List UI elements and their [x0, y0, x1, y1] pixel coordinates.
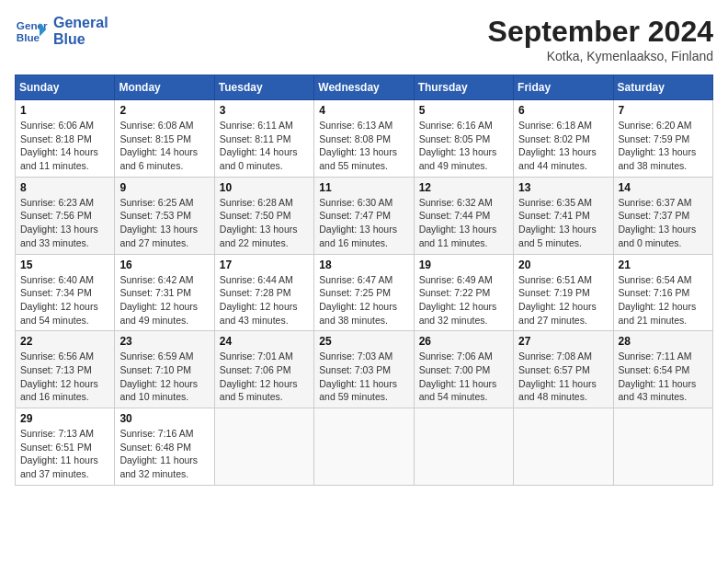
day-number: 2 — [119, 104, 209, 117]
daylight-text: Daylight: 14 hours and 6 minutes. — [119, 145, 209, 172]
sunset-text: Sunset: 7:37 PM — [619, 209, 708, 223]
daylight-text: Daylight: 12 hours and 5 minutes. — [220, 377, 309, 404]
daylight-text: Daylight: 13 hours and 11 minutes. — [419, 223, 508, 249]
day-number: 10 — [220, 181, 309, 194]
sunrise-text: Sunrise: 6:49 AM — [419, 273, 508, 287]
daylight-text: Daylight: 11 hours and 48 minutes. — [518, 377, 608, 404]
daylight-text: Daylight: 12 hours and 16 minutes. — [20, 377, 109, 404]
svg-text:Blue: Blue — [17, 31, 40, 43]
header-cell-monday: Monday — [115, 75, 214, 100]
daylight-text: Daylight: 12 hours and 10 minutes. — [119, 377, 209, 404]
daylight-text: Daylight: 13 hours and 55 minutes. — [319, 145, 408, 172]
sunset-text: Sunset: 8:18 PM — [20, 132, 109, 146]
calendar-cell — [214, 408, 313, 486]
day-info: Sunrise: 6:06 AM Sunset: 8:18 PM Dayligh… — [20, 119, 109, 173]
sunset-text: Sunset: 8:05 PM — [419, 132, 508, 146]
daylight-text: Daylight: 13 hours and 44 minutes. — [518, 145, 608, 172]
day-info: Sunrise: 6:47 AM Sunset: 7:25 PM Dayligh… — [319, 273, 408, 327]
day-info: Sunrise: 6:49 AM Sunset: 7:22 PM Dayligh… — [419, 273, 508, 327]
header-cell-sunday: Sunday — [16, 75, 115, 100]
daylight-text: Daylight: 12 hours and 43 minutes. — [220, 300, 309, 327]
sunset-text: Sunset: 7:59 PM — [619, 132, 708, 146]
sunrise-text: Sunrise: 6:54 AM — [619, 273, 708, 287]
logo-line2: Blue — [53, 31, 108, 48]
header-cell-tuesday: Tuesday — [214, 75, 313, 100]
sunset-text: Sunset: 7:16 PM — [619, 286, 708, 300]
sunset-text: Sunset: 7:03 PM — [319, 363, 408, 377]
calendar-cell: 18 Sunrise: 6:47 AM Sunset: 7:25 PM Dayl… — [314, 254, 414, 331]
calendar-cell: 24 Sunrise: 7:01 AM Sunset: 7:06 PM Dayl… — [214, 331, 313, 408]
daylight-text: Daylight: 12 hours and 38 minutes. — [319, 300, 408, 327]
page-header: General Blue General Blue September 2024… — [15, 15, 713, 63]
day-info: Sunrise: 6:32 AM Sunset: 7:44 PM Dayligh… — [419, 196, 508, 250]
sunrise-text: Sunrise: 7:03 AM — [319, 350, 408, 363]
calendar-cell: 26 Sunrise: 7:06 AM Sunset: 7:00 PM Dayl… — [414, 331, 513, 408]
sunrise-text: Sunrise: 7:01 AM — [220, 350, 309, 363]
day-number: 8 — [20, 181, 109, 194]
calendar-cell: 30 Sunrise: 7:16 AM Sunset: 6:48 PM Dayl… — [115, 408, 214, 486]
day-info: Sunrise: 6:23 AM Sunset: 7:56 PM Dayligh… — [20, 196, 109, 250]
sunset-text: Sunset: 8:08 PM — [319, 132, 408, 146]
day-info: Sunrise: 6:25 AM Sunset: 7:53 PM Dayligh… — [119, 196, 209, 250]
calendar-cell: 19 Sunrise: 6:49 AM Sunset: 7:22 PM Dayl… — [414, 254, 513, 331]
calendar-cell: 3 Sunrise: 6:11 AM Sunset: 8:11 PM Dayli… — [214, 100, 313, 178]
sunrise-text: Sunrise: 6:56 AM — [20, 350, 109, 363]
daylight-text: Daylight: 14 hours and 0 minutes. — [220, 145, 309, 172]
sunrise-text: Sunrise: 6:35 AM — [518, 196, 608, 210]
day-number: 4 — [319, 104, 408, 117]
sunset-text: Sunset: 7:19 PM — [518, 286, 608, 300]
header-cell-saturday: Saturday — [613, 75, 712, 100]
month-title: September 2024 — [488, 15, 713, 49]
calendar-cell: 17 Sunrise: 6:44 AM Sunset: 7:28 PM Dayl… — [214, 254, 313, 331]
calendar-cell: 16 Sunrise: 6:42 AM Sunset: 7:31 PM Dayl… — [115, 254, 214, 331]
sunrise-text: Sunrise: 6:59 AM — [119, 350, 209, 363]
sunrise-text: Sunrise: 7:16 AM — [119, 427, 209, 441]
daylight-text: Daylight: 13 hours and 38 minutes. — [619, 145, 708, 172]
calendar-cell: 25 Sunrise: 7:03 AM Sunset: 7:03 PM Dayl… — [314, 331, 414, 408]
day-info: Sunrise: 6:56 AM Sunset: 7:13 PM Dayligh… — [20, 350, 109, 404]
sunset-text: Sunset: 6:51 PM — [20, 441, 109, 454]
calendar-cell: 4 Sunrise: 6:13 AM Sunset: 8:08 PM Dayli… — [314, 100, 414, 178]
sunset-text: Sunset: 7:00 PM — [419, 363, 508, 377]
calendar-cell — [613, 408, 712, 486]
day-number: 17 — [220, 259, 309, 271]
sunset-text: Sunset: 7:34 PM — [20, 286, 109, 300]
header-cell-friday: Friday — [514, 75, 613, 100]
daylight-text: Daylight: 11 hours and 32 minutes. — [119, 454, 209, 480]
day-number: 16 — [119, 259, 209, 271]
sunrise-text: Sunrise: 6:44 AM — [220, 273, 309, 287]
daylight-text: Daylight: 13 hours and 22 minutes. — [220, 223, 309, 249]
day-number: 22 — [20, 335, 109, 348]
day-info: Sunrise: 7:13 AM Sunset: 6:51 PM Dayligh… — [20, 427, 109, 481]
calendar-cell: 2 Sunrise: 6:08 AM Sunset: 8:15 PM Dayli… — [115, 100, 214, 178]
logo-icon: General Blue — [15, 15, 48, 48]
sunrise-text: Sunrise: 6:16 AM — [419, 119, 508, 132]
calendar-cell: 14 Sunrise: 6:37 AM Sunset: 7:37 PM Dayl… — [613, 177, 712, 254]
day-number: 9 — [119, 181, 209, 194]
sunset-text: Sunset: 8:02 PM — [518, 132, 608, 146]
daylight-text: Daylight: 13 hours and 0 minutes. — [619, 223, 708, 249]
day-info: Sunrise: 7:01 AM Sunset: 7:06 PM Dayligh… — [220, 350, 309, 404]
day-info: Sunrise: 7:08 AM Sunset: 6:57 PM Dayligh… — [518, 350, 608, 404]
day-info: Sunrise: 6:54 AM Sunset: 7:16 PM Dayligh… — [619, 273, 708, 327]
calendar-cell: 1 Sunrise: 6:06 AM Sunset: 8:18 PM Dayli… — [16, 100, 115, 178]
sunrise-text: Sunrise: 6:13 AM — [319, 119, 408, 132]
day-number: 18 — [319, 259, 408, 271]
sunrise-text: Sunrise: 6:06 AM — [20, 119, 109, 132]
day-info: Sunrise: 6:59 AM Sunset: 7:10 PM Dayligh… — [119, 350, 209, 404]
day-number: 30 — [119, 412, 209, 425]
sunset-text: Sunset: 7:22 PM — [419, 286, 508, 300]
day-info: Sunrise: 6:11 AM Sunset: 8:11 PM Dayligh… — [220, 119, 309, 173]
calendar-cell: 15 Sunrise: 6:40 AM Sunset: 7:34 PM Dayl… — [16, 254, 115, 331]
day-number: 25 — [319, 335, 408, 348]
header-cell-thursday: Thursday — [414, 75, 513, 100]
day-info: Sunrise: 6:13 AM Sunset: 8:08 PM Dayligh… — [319, 119, 408, 173]
day-info: Sunrise: 6:44 AM Sunset: 7:28 PM Dayligh… — [220, 273, 309, 327]
day-number: 26 — [419, 335, 508, 348]
day-number: 27 — [518, 335, 608, 348]
day-number: 24 — [220, 335, 309, 348]
day-number: 14 — [619, 181, 708, 194]
sunset-text: Sunset: 8:15 PM — [119, 132, 209, 146]
sunrise-text: Sunrise: 6:11 AM — [220, 119, 309, 132]
calendar-cell — [514, 408, 613, 486]
